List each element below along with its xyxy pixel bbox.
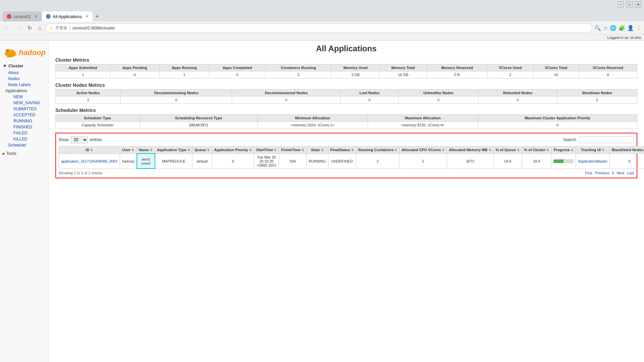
tab-close-centos01[interactable]: ✕ [35, 14, 38, 19]
close-button[interactable]: ✕ [635, 1, 641, 7]
sort-memory-icon: ⇅ [489, 148, 491, 152]
forward-button[interactable]: → [14, 24, 23, 32]
show-entries-bar: Show 20 50 100 entries Search: [59, 136, 634, 143]
col-queue[interactable]: Queue ⇅ [192, 146, 212, 154]
col-name[interactable]: Name ⇅ [137, 146, 155, 154]
svg-point-3 [13, 52, 16, 56]
sort-cpu-icon: ⇅ [442, 148, 445, 152]
sidebar-item-failed[interactable]: FAILED [8, 130, 48, 136]
tab-centos01[interactable]: centos01 ✕ [3, 11, 42, 21]
extensions-icon[interactable]: 🧩 [619, 25, 625, 31]
svg-point-5 [9, 55, 12, 57]
col-application-priority[interactable]: Application Priority ⇅ [212, 146, 254, 154]
link-lost-nodes[interactable]: 0 [369, 98, 371, 102]
translate-icon[interactable]: 🌐 [610, 25, 616, 31]
col-tracking-ui[interactable]: Tracking UI ⇅ [576, 146, 609, 154]
show-select[interactable]: 20 50 100 [71, 136, 88, 143]
val-apps-submitted: 1 [56, 71, 110, 78]
link-shutdown-nodes[interactable]: 0 [596, 98, 598, 102]
back-button[interactable]: ← [3, 24, 12, 32]
sidebar-item-about[interactable]: About [3, 70, 48, 76]
col-pct-queue[interactable]: % of Queue ⇅ [493, 146, 522, 154]
val-lost-nodes: 0 [341, 97, 398, 104]
col-application-type[interactable]: Application Type ⇅ [155, 146, 193, 154]
new-tab-button[interactable]: + [93, 13, 102, 20]
progress-bar [553, 159, 574, 163]
col-pct-cluster[interactable]: % of Cluster ⇅ [522, 146, 551, 154]
security-warning-text: 不安全 [55, 25, 67, 31]
link-decommissioned-nodes[interactable]: 0 [285, 98, 287, 102]
col-final-status[interactable]: FinalStatus ⇅ [328, 146, 356, 154]
col-allocated-memory[interactable]: Allocated Memory MB ⇅ [447, 146, 493, 154]
sort-tracking-icon: ⇅ [602, 148, 604, 152]
link-apps-running[interactable]: 1 [183, 73, 185, 77]
col-start-time[interactable]: StartTime ⇅ [254, 146, 279, 154]
sidebar-item-running[interactable]: RUNNING [8, 118, 48, 124]
sidebar-item-new[interactable]: NEW [8, 94, 48, 100]
link-rebooted-nodes[interactable]: 0 [517, 98, 519, 102]
bookmark-icon[interactable]: ☆ [603, 25, 608, 31]
tab-close-all-applications[interactable]: ✕ [85, 14, 89, 19]
val-max-cluster-priority: 0 [478, 122, 637, 129]
menu-icon[interactable]: ⋮ [636, 25, 641, 31]
sidebar-item-applications-header[interactable]: Applications [3, 88, 48, 94]
val-memory-reserved: 0 B [427, 71, 487, 78]
reload-button[interactable]: ↻ [25, 24, 34, 32]
pagination-next[interactable]: Next [617, 171, 625, 175]
sidebar-item-accepted[interactable]: ACCEPTED [8, 112, 48, 118]
pagination: First Previous 1 Next Last [585, 171, 634, 175]
col-id[interactable]: ID ⇅ [59, 146, 120, 154]
search-icon[interactable]: 🔍 [594, 25, 601, 31]
sidebar-item-finished[interactable]: FINISHED [8, 124, 48, 130]
tab-all-applications[interactable]: All Applications ✕ [42, 11, 93, 21]
cell-priority: 0 [212, 154, 254, 169]
pagination-first[interactable]: First [585, 171, 592, 175]
sidebar-item-scheduler[interactable]: Scheduler [3, 142, 48, 148]
sort-final-icon: ⇅ [351, 148, 354, 152]
search-label: Search: [563, 137, 577, 142]
col-vcores-reserved: VCores Reserved [579, 64, 637, 71]
profile-icon[interactable]: 👤 [627, 25, 634, 31]
sidebar-item-new-saving[interactable]: NEW_SAVING [8, 100, 48, 106]
col-progress[interactable]: Progress ⇅ [551, 146, 576, 154]
cell-id: application_1617105408466_0001 [59, 154, 120, 169]
sidebar-cluster-item[interactable]: ▼ Cluster [0, 62, 48, 70]
showing-entries-text: Showing 1 to 1 of 1 entries [59, 171, 102, 175]
app-id-link[interactable]: application_1617105408466_0001 [61, 159, 118, 163]
val-decommissioned-nodes: 0 [232, 97, 341, 104]
cluster-metrics-title: Cluster Metrics [55, 57, 637, 63]
link-unhealthy-nodes[interactable]: 0 [437, 98, 439, 102]
search-box: Search: [563, 136, 634, 143]
col-finish-time[interactable]: FinishTime ⇅ [279, 146, 307, 154]
pagination-last[interactable]: Last [627, 171, 634, 175]
tracking-ui-link[interactable]: ApplicationMaster [578, 159, 607, 163]
search-input[interactable] [579, 136, 634, 143]
cell-finish-time: N/A [279, 154, 307, 169]
scheduler-metrics-header-row: Scheduler Type Scheduling Resource Type … [56, 115, 637, 122]
link-decommissioning-nodes[interactable]: 0 [175, 98, 177, 102]
address-bar[interactable]: ⚠ 不安全 | centos02:8088/cluster [45, 23, 592, 33]
cell-allocated-cpu: 2 [399, 154, 447, 169]
col-running-containers[interactable]: Running Containers ⇅ [356, 146, 399, 154]
sidebar-item-nodes[interactable]: Nodes [3, 76, 48, 82]
col-user[interactable]: User ⇅ [120, 146, 137, 154]
sort-starttime-icon: ⇅ [274, 148, 277, 152]
sidebar-item-node-labels[interactable]: Node Labels [3, 82, 48, 88]
col-allocated-cpu[interactable]: Allocated CPU VCores ⇅ [399, 146, 447, 154]
svg-point-6 [7, 56, 9, 58]
col-state[interactable]: State ⇅ [307, 146, 328, 154]
val-active-nodes: 2 [56, 97, 121, 104]
maximize-button[interactable]: □ [627, 1, 633, 7]
val-vcores-used: 2 [487, 71, 534, 78]
home-button[interactable]: ⌂ [36, 24, 43, 32]
tab-favicon-centos01 [7, 14, 11, 19]
sort-containers-icon: ⇅ [394, 148, 397, 152]
sidebar-tools-item[interactable]: ▸ Tools [0, 149, 48, 157]
sort-pct-queue-icon: ⇅ [517, 148, 520, 152]
sidebar-item-killed[interactable]: KILLED [8, 136, 48, 142]
val-rebooted-nodes: 0 [479, 97, 557, 104]
col-blacklisted-nodes[interactable]: Blacklisted Nodes ⇅ [609, 146, 644, 154]
sidebar-item-submitted[interactable]: SUBMITTED [8, 106, 48, 112]
minimize-button[interactable]: ─ [618, 1, 624, 7]
pagination-previous[interactable]: Previous [595, 171, 609, 175]
